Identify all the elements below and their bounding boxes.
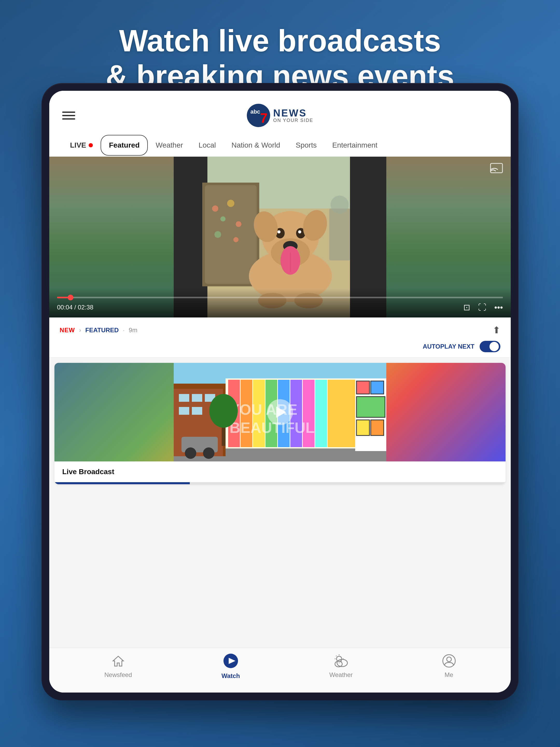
nav-label-weather: Weather	[329, 671, 353, 678]
weather-icon-wrap	[334, 654, 348, 669]
content-area[interactable]: YOU ARE BEAUTIFUL	[49, 358, 511, 648]
svg-point-9	[236, 221, 241, 227]
app-logo: abc 7 NEWS ON YOUR SIDE	[247, 104, 314, 127]
svg-point-11	[233, 237, 239, 242]
cloud-sun-icon	[334, 654, 348, 668]
video-player[interactable]: 00:04 / 02:38 ⊡ ⛶ •••	[49, 157, 511, 317]
nav-label-me: Me	[445, 671, 453, 678]
logo-text-block: NEWS ON YOUR SIDE	[273, 108, 314, 123]
progress-fill	[57, 297, 71, 298]
nav-item-newsfeed[interactable]: Newsfeed	[104, 654, 132, 678]
hamburger-menu[interactable]	[62, 111, 75, 120]
svg-point-10	[214, 231, 221, 238]
device-frame: abc 7 NEWS ON YOUR SIDE LIVE	[42, 83, 518, 700]
autoplay-row: AUTOPLAY NEXT	[60, 341, 500, 352]
app-header: abc 7 NEWS ON YOUR SIDE LIVE	[49, 91, 511, 157]
video-controls: 00:04 / 02:38 ⊡ ⛶ •••	[49, 289, 511, 317]
control-icons: ⊡ ⛶ •••	[463, 303, 503, 312]
video-card[interactable]: YOU ARE BEAUTIFUL	[54, 363, 506, 484]
play-circle-icon	[223, 653, 239, 669]
play-triangle	[276, 407, 286, 418]
time-display: 00:04 / 02:38	[57, 304, 93, 311]
toggle-knob	[489, 342, 499, 351]
cast-button[interactable]	[490, 163, 503, 174]
nav-item-weather[interactable]: Weather	[329, 654, 353, 678]
tab-local[interactable]: Local	[191, 135, 224, 156]
svg-rect-28	[490, 163, 502, 173]
me-icon-wrap	[442, 654, 456, 669]
watch-icon-wrap	[223, 653, 239, 670]
tab-live[interactable]: LIVE	[62, 135, 101, 156]
svg-point-27	[330, 196, 349, 214]
logo-news-label: NEWS	[273, 108, 314, 118]
live-label: LIVE	[70, 141, 86, 149]
card-thumbnail: YOU ARE BEAUTIFUL	[54, 363, 506, 461]
card-label: Live Broadcast	[54, 461, 506, 482]
autoplay-label: AUTOPLAY NEXT	[423, 343, 475, 350]
below-video-meta: NEW › FEATURED · 9m ⬆ AUTOPLAY NEXT	[49, 317, 511, 358]
live-indicator-dot	[89, 143, 93, 147]
progress-scrubber[interactable]	[68, 295, 73, 300]
svg-point-19	[298, 230, 301, 233]
badge-featured: FEATURED	[85, 327, 119, 334]
svg-point-63	[337, 656, 342, 662]
svg-point-7	[220, 216, 225, 222]
logo-tagline-label: ON YOUR SIDE	[273, 118, 314, 123]
hamburger-line-2	[62, 115, 75, 116]
svg-point-73	[447, 657, 451, 662]
nav-tabs: LIVE Featured Weather Local Nation & Wor…	[62, 135, 498, 156]
nav-item-me[interactable]: Me	[442, 654, 456, 678]
tab-nation-world[interactable]: Nation & World	[224, 135, 288, 156]
hero-title-line1: Watch live broadcasts	[119, 24, 441, 58]
play-button-overlay[interactable]	[54, 363, 506, 461]
badge-separator: ›	[79, 327, 81, 334]
badge-time: 9m	[129, 327, 137, 334]
logo-abc-text: abc	[250, 108, 260, 115]
autoplay-toggle[interactable]	[480, 341, 500, 352]
svg-rect-26	[329, 209, 350, 260]
more-options-icon[interactable]: •••	[494, 303, 503, 312]
header-top: abc 7 NEWS ON YOUR SIDE	[62, 104, 498, 127]
app-content: abc 7 NEWS ON YOUR SIDE LIVE	[49, 91, 511, 693]
fullscreen-icon[interactable]: ⛶	[478, 303, 486, 312]
nav-label-watch: Watch	[221, 672, 240, 679]
share-button[interactable]: ⬆	[492, 325, 500, 336]
logo-7-text: 7	[260, 110, 268, 126]
svg-line-68	[336, 656, 337, 656]
progress-bar[interactable]	[57, 297, 503, 298]
device-top-bar	[241, 83, 319, 91]
tab-sports[interactable]: Sports	[288, 135, 325, 156]
bottom-navigation: Newsfeed Watch	[49, 648, 511, 693]
person-circle-icon	[442, 654, 456, 668]
tab-entertainment[interactable]: Entertainment	[324, 135, 385, 156]
svg-point-6	[212, 205, 218, 212]
svg-line-69	[341, 661, 342, 662]
controls-row: 00:04 / 02:38 ⊡ ⛶ •••	[57, 303, 503, 312]
svg-point-8	[227, 200, 234, 207]
nav-label-newsfeed: Newsfeed	[104, 671, 132, 678]
device-screen: abc 7 NEWS ON YOUR SIDE LIVE	[49, 91, 511, 693]
play-circle	[267, 399, 293, 425]
hamburger-line-3	[62, 118, 75, 120]
nav-item-watch[interactable]: Watch	[221, 653, 240, 679]
hamburger-line-1	[62, 111, 75, 113]
house-icon	[111, 654, 125, 668]
meta-row: NEW › FEATURED · 9m ⬆	[60, 325, 500, 336]
meta-badges: NEW › FEATURED · 9m	[60, 327, 137, 334]
tab-weather[interactable]: Weather	[148, 135, 191, 156]
card-progress-bar	[54, 482, 506, 484]
tab-featured[interactable]: Featured	[101, 135, 148, 156]
badge-new: NEW	[60, 327, 75, 334]
logo-circle: abc 7	[247, 104, 270, 127]
badge-dot: ·	[123, 327, 125, 334]
subtitles-icon[interactable]: ⊡	[463, 303, 470, 312]
svg-point-18	[277, 230, 281, 233]
newsfeed-icon-wrap	[111, 654, 125, 669]
card-progress-fill	[54, 482, 190, 484]
